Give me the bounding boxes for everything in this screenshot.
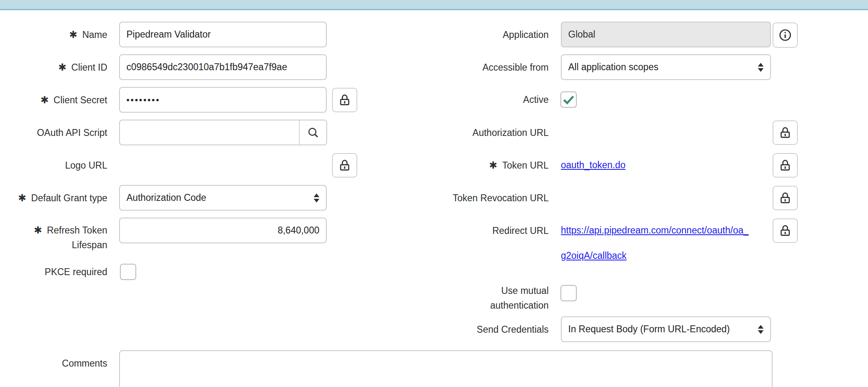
accessible-from-label: Accessible from — [426, 54, 549, 80]
token-url-label-text: Token URL — [502, 159, 549, 171]
logo-url-label: Logo URL — [4, 152, 107, 178]
default-grant-type-label: ✱ Default Grant type — [4, 185, 107, 211]
client-id-label-text: Client ID — [71, 61, 107, 73]
send-credentials-label-text: Send Credentials — [477, 323, 549, 336]
lock-icon — [778, 224, 792, 238]
send-credentials-value: In Request Body (Form URL-Encoded) — [568, 324, 730, 335]
required-marker-icon: ✱ — [40, 94, 49, 106]
use-mutual-authentication-label: Use mutual authentication — [467, 283, 549, 313]
client-secret-label: ✱ Client Secret — [4, 87, 107, 113]
oauth-api-script-input[interactable] — [120, 120, 299, 145]
token-revocation-url-label: Token Revocation URL — [426, 185, 549, 211]
redirect-url-label: Redirect URL — [426, 218, 549, 243]
pkce-required-label: PKCE required — [4, 264, 107, 280]
oauth-api-script-reference-field — [119, 120, 327, 145]
name-label-text: Name — [82, 29, 107, 41]
token-revocation-url-lock-button[interactable] — [773, 186, 798, 210]
application-label-text: Application — [503, 29, 549, 41]
lock-icon — [778, 158, 792, 172]
redirect-url-link[interactable]: https://api.pipedream.com/connect/oauth/… — [561, 218, 748, 268]
required-marker-icon: ✱ — [489, 159, 497, 171]
select-caret-icon — [758, 325, 764, 334]
comments-textarea[interactable] — [119, 350, 773, 387]
comments-label: Comments — [4, 350, 107, 376]
default-grant-type-label-text: Default Grant type — [31, 192, 107, 204]
token-url-label: ✱ Token URL — [426, 152, 549, 178]
name-label: ✱ Name — [4, 22, 107, 47]
refresh-token-lifespan-label: ✱Refresh Token Lifespan — [4, 223, 107, 252]
client-secret-lock-button[interactable] — [332, 88, 357, 112]
required-marker-icon: ✱ — [58, 61, 66, 73]
client-secret-label-text: Client Secret — [53, 94, 107, 106]
oauth-registry-form: ✱ Name ✱ Client ID ✱ Client Secret OAuth… — [0, 0, 868, 387]
authorization-url-label: Authorization URL — [426, 120, 549, 145]
checkmark-icon — [562, 93, 576, 107]
oauth-api-script-lookup-button[interactable] — [299, 120, 326, 145]
required-marker-icon: ✱ — [34, 225, 42, 236]
redirect-url-label-text: Redirect URL — [492, 225, 549, 237]
name-input[interactable] — [119, 22, 327, 47]
client-secret-input[interactable] — [119, 87, 327, 113]
lock-icon — [338, 158, 352, 172]
active-label: Active — [426, 91, 549, 108]
refresh-token-lifespan-label-text: Refresh Token Lifespan — [47, 225, 107, 250]
refresh-token-lifespan-input[interactable] — [119, 218, 327, 243]
send-credentials-select[interactable]: In Request Body (Form URL-Encoded) — [561, 316, 771, 342]
application-input[interactable] — [561, 22, 771, 47]
authorization-url-label-text: Authorization URL — [472, 127, 549, 139]
use-mutual-authentication-checkbox[interactable] — [560, 285, 577, 301]
send-credentials-label: Send Credentials — [426, 316, 549, 342]
active-checkbox[interactable] — [560, 91, 577, 108]
redirect-url-lock-button[interactable] — [773, 218, 798, 243]
required-marker-icon: ✱ — [69, 29, 78, 41]
logo-url-lock-button[interactable] — [332, 153, 357, 178]
accessible-from-value: All application scopes — [568, 62, 658, 73]
token-revocation-url-label-text: Token Revocation URL — [453, 192, 549, 204]
accessible-from-label-text: Accessible from — [483, 61, 549, 73]
comments-label-text: Comments — [62, 357, 107, 369]
default-grant-type-value: Authorization Code — [126, 192, 206, 203]
use-mutual-authentication-label-text: Use mutual authentication — [490, 285, 549, 311]
form-section-header-bar — [0, 0, 868, 10]
default-grant-type-select[interactable]: Authorization Code — [119, 185, 327, 211]
client-id-input[interactable] — [119, 54, 327, 80]
oauth-api-script-label: OAuth API Script — [4, 120, 107, 145]
required-marker-icon: ✱ — [18, 192, 26, 204]
redirect-url-line1: https://api.pipedream.com/connect/oauth/… — [561, 218, 748, 243]
redirect-url-line2: g2oiqA/callback — [561, 243, 748, 268]
client-id-label: ✱ Client ID — [4, 54, 107, 80]
oauth-api-script-label-text: OAuth API Script — [37, 127, 107, 139]
token-url-lock-button[interactable] — [773, 153, 798, 178]
lock-icon — [338, 93, 352, 107]
logo-url-label-text: Logo URL — [65, 159, 107, 171]
token-url-link[interactable]: oauth_token.do — [561, 152, 626, 178]
accessible-from-select[interactable]: All application scopes — [561, 54, 771, 80]
select-caret-icon — [314, 194, 319, 202]
application-label: Application — [426, 22, 549, 47]
lock-icon — [778, 126, 792, 140]
pkce-required-checkbox[interactable] — [120, 264, 136, 280]
application-info-button[interactable] — [773, 22, 798, 48]
search-icon — [306, 126, 320, 140]
info-icon — [778, 28, 793, 42]
select-caret-icon — [758, 63, 764, 72]
lock-icon — [778, 191, 792, 205]
active-label-text: Active — [523, 93, 549, 106]
pkce-required-label-text: PKCE required — [45, 266, 107, 278]
authorization-url-lock-button[interactable] — [773, 120, 798, 145]
